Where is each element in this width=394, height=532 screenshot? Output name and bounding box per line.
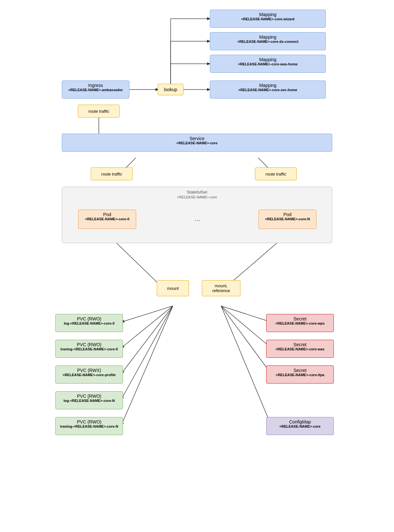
mount-reference-label: mount,reference	[212, 283, 230, 293]
route-traffic-left-box: route traffic	[91, 167, 133, 180]
podN-title: Pod	[262, 212, 313, 217]
svg-line-20	[121, 306, 173, 425]
svg-line-21	[221, 306, 271, 322]
mount-reference-box: mount,reference	[202, 280, 240, 296]
secret1-box: Secret <RELEASE-NAME>-core-wps	[266, 314, 334, 332]
statefulset-container: StatefulSet <RELEASE-NAME>-core Pod <REL…	[62, 187, 332, 243]
mapping1-box: Mapping <RELEASE-NAME>-core-wizard	[210, 10, 326, 28]
mapping2-sub: <RELEASE-NAME>-core-dx-connect	[213, 40, 322, 43]
pvc5-sub: tranlog-<RELEASE-NAME>-core-N	[59, 424, 119, 428]
pvc1-box: PVC (RWO) log-<RELEASE-NAME>-core-0	[55, 314, 123, 332]
pvc5-title: PVC (RWO)	[59, 419, 119, 424]
pvc5-box: PVC (RWO) tranlog-<RELEASE-NAME>-core-N	[55, 417, 123, 435]
mapping1-sub: <RELEASE-NAME>-core-wizard	[213, 17, 322, 21]
mapping4-title: Mapping	[213, 83, 322, 88]
route-traffic-right-label: route traffic	[266, 172, 286, 176]
ingress-title: Ingress	[65, 83, 126, 88]
svg-line-17	[121, 306, 173, 348]
configmap-box: ConfigMap <RELEASE-NAME>-core	[266, 417, 334, 435]
secret1-sub: <RELEASE-NAME>-core-wps	[270, 321, 330, 325]
svg-line-16	[121, 306, 173, 322]
pvc3-title: PVC (RWX)	[59, 368, 119, 373]
podN-box: Pod <RELEASE-NAME>-core-N	[258, 210, 316, 229]
secret3-sub: <RELEASE-NAME>-core-ltpa	[270, 373, 330, 377]
route-traffic-left-label: route traffic	[101, 172, 122, 176]
secret2-box: Secret <RELEASE-NAME>-core-was	[266, 340, 334, 358]
pvc1-title: PVC (RWO)	[59, 316, 119, 321]
ingress-box: Ingress <RELEASE-NAME>-ambassador	[62, 81, 129, 99]
route-traffic-ingress-box: route traffic	[78, 105, 120, 118]
statefulset-title: StatefulSet <RELEASE-NAME>-core	[62, 187, 332, 199]
pvc1-sub: log-<RELEASE-NAME>-core-0	[59, 321, 119, 325]
mapping4-box: Mapping <RELEASE-NAME>-core-sec-home	[210, 81, 326, 99]
configmap-sub: <RELEASE-NAME>-core	[270, 424, 330, 428]
pod0-title: Pod	[82, 212, 133, 217]
podN-sub: <RELEASE-NAME>-core-N	[262, 217, 313, 221]
svg-line-24	[221, 306, 271, 425]
route-traffic-ingress-label: route traffic	[89, 109, 109, 114]
svg-line-22	[221, 306, 271, 348]
service-title: Service	[65, 136, 329, 141]
svg-line-18	[121, 306, 173, 374]
secret3-box: Secret <RELEASE-NAME>-core-ltpa	[266, 366, 334, 384]
lookup-box: lookup	[158, 84, 183, 95]
mapping3-title: Mapping	[213, 57, 322, 62]
pvc2-title: PVC (RWO)	[59, 342, 119, 347]
secret2-title: Secret	[270, 342, 330, 347]
mapping1-title: Mapping	[213, 12, 322, 17]
pvc3-sub: <RELEASE-NAME>-core-profile	[59, 373, 119, 377]
svg-line-19	[121, 306, 173, 399]
mapping2-title: Mapping	[213, 34, 322, 40]
secret1-title: Secret	[270, 316, 330, 321]
pvc4-title: PVC (RWO)	[59, 394, 119, 399]
configmap-title: ConfigMap	[270, 419, 330, 424]
secret2-sub: <RELEASE-NAME>-core-was	[270, 347, 330, 351]
pod0-box: Pod <RELEASE-NAME>-core-0	[78, 210, 136, 229]
mapping3-box: Mapping <RELEASE-NAME>-core-was-home	[210, 55, 326, 73]
dots-indicator: ...	[188, 214, 207, 223]
mount-box: mount	[157, 280, 189, 296]
ingress-sub: <RELEASE-NAME>-ambassador	[65, 88, 126, 92]
route-traffic-right-box: route traffic	[255, 167, 297, 180]
mount-label: mount	[167, 286, 179, 291]
pvc4-box: PVC (RWO) log-<RELEASE-NAME>-core-N	[55, 391, 123, 409]
pod0-sub: <RELEASE-NAME>-core-0	[82, 217, 133, 221]
mapping4-sub: <RELEASE-NAME>-core-sec-home	[213, 88, 322, 92]
pvc4-sub: log-<RELEASE-NAME>-core-N	[59, 399, 119, 403]
pvc2-box: PVC (RWO) tranlog-<RELEASE-NAME>-core-0	[55, 340, 123, 358]
pvc3-box: PVC (RWX) <RELEASE-NAME>-core-profile	[55, 366, 123, 384]
secret3-title: Secret	[270, 368, 330, 373]
svg-line-23	[221, 306, 271, 374]
service-box: Service <RELEASE-NAME>-core	[62, 134, 332, 152]
pvc2-sub: tranlog-<RELEASE-NAME>-core-0	[59, 347, 119, 351]
mapping2-box: Mapping <RELEASE-NAME>-core-dx-connect	[210, 32, 326, 50]
lookup-title: lookup	[164, 87, 177, 92]
service-sub: <RELEASE-NAME>-core	[65, 141, 329, 145]
mapping3-sub: <RELEASE-NAME>-core-was-home	[213, 62, 322, 66]
